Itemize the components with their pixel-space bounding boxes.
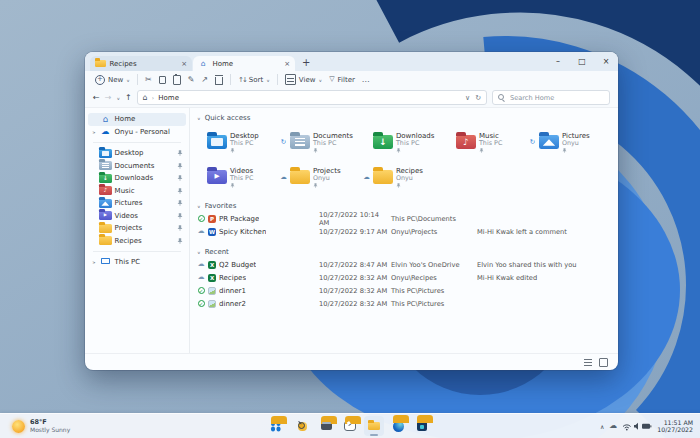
- back-button[interactable]: ←: [93, 94, 100, 102]
- folder-location: This PC: [313, 140, 353, 147]
- pin-icon: [230, 183, 235, 188]
- sidebar-item[interactable]: ∨ Onyu - Personal: [88, 126, 186, 139]
- recent-locations-chevron-icon[interactable]: ∨: [116, 95, 120, 100]
- expand-chevron-icon[interactable]: ∨: [91, 129, 96, 134]
- refresh-icon[interactable]: ↻: [475, 94, 481, 102]
- file-explorer-button[interactable]: [364, 416, 384, 436]
- pin-icon: [177, 200, 183, 206]
- sidebar-item[interactable]: ∨ Downloads: [88, 172, 186, 185]
- sidebar-item[interactable]: ∨ Videos: [88, 210, 186, 223]
- sort-button[interactable]: ↑↓ Sort ∨: [238, 76, 270, 84]
- quick-access-tile[interactable]: Videos This PC: [197, 162, 280, 192]
- large-thumbnails-view-icon[interactable]: [599, 358, 608, 367]
- search-box[interactable]: [492, 90, 610, 105]
- view-button[interactable]: View ∨: [285, 74, 322, 85]
- file-row[interactable]: PR Package 10/27/2022 10:14 AM This PC\D…: [197, 212, 618, 225]
- file-date: 10/27/2022 8:32 AM: [319, 287, 391, 295]
- folder-icon: [456, 135, 476, 149]
- taskbar-apps: [268, 414, 432, 438]
- file-location: Elvin Yoo's OneDrive: [391, 261, 477, 269]
- search-input[interactable]: [508, 93, 604, 103]
- network-volume-battery-icons[interactable]: [622, 421, 652, 431]
- maximize-button[interactable]: □: [570, 52, 594, 71]
- copy-icon[interactable]: [159, 76, 166, 84]
- collapse-chevron-icon: ∨: [197, 249, 201, 254]
- task-view-button[interactable]: [316, 416, 336, 436]
- details-view-icon[interactable]: [584, 359, 592, 366]
- folder-icon: [539, 135, 559, 149]
- explorer-tab[interactable]: Home ×: [193, 56, 295, 71]
- app-icon: [298, 422, 307, 431]
- search-button[interactable]: [292, 416, 312, 436]
- tab-icon: [198, 60, 209, 68]
- more-options-icon[interactable]: …: [362, 76, 370, 84]
- address-dropdown-chevron-icon[interactable]: ∨: [465, 94, 470, 102]
- sidebar-item[interactable]: ∨ This PC: [88, 256, 186, 269]
- new-tab-button[interactable]: +: [302, 56, 310, 70]
- file-activity: Mi-Hi Kwak left a comment: [477, 228, 618, 236]
- folder-icon: [290, 135, 310, 149]
- new-button[interactable]: + New ∨: [95, 75, 130, 85]
- quick-access-tile[interactable]: Recipes Onyu: [363, 162, 446, 192]
- file-row[interactable]: Recipes 10/27/2022 8:32 AM Onyu\Recipes …: [197, 271, 618, 284]
- sidebar-item[interactable]: ∨ Documents: [88, 160, 186, 173]
- app-icon: [271, 421, 276, 426]
- tray-expand-chevron-icon[interactable]: ∧: [600, 423, 604, 430]
- quick-access-tile[interactable]: Pictures Onyu: [529, 127, 612, 157]
- sidebar-item[interactable]: ∨ Music: [88, 185, 186, 198]
- sidebar-item[interactable]: ∨ Projects: [88, 222, 186, 235]
- separator: [93, 142, 181, 143]
- sidebar-item[interactable]: ∨ Home: [88, 113, 186, 126]
- pin-icon: [177, 188, 183, 194]
- quick-access-tile[interactable]: Documents This PC: [280, 127, 363, 157]
- minimize-button[interactable]: –: [546, 52, 570, 71]
- store-button[interactable]: [412, 416, 432, 436]
- pin-icon: [177, 163, 183, 169]
- breadcrumb-location[interactable]: Home: [158, 94, 179, 102]
- tab-close-icon[interactable]: ×: [181, 60, 187, 68]
- quick-access-tile[interactable]: Downloads This PC: [363, 127, 446, 157]
- recent-header[interactable]: ∨ Recent: [197, 245, 618, 258]
- breadcrumb[interactable]: ⌂ › Home ∨ ↻: [137, 90, 487, 105]
- chat-button[interactable]: [340, 416, 360, 436]
- sync-status-icon: [197, 287, 205, 295]
- quick-access-tile[interactable]: Projects Onyu: [280, 162, 363, 192]
- onedrive-tray-icon[interactable]: ☁: [609, 422, 617, 430]
- folder-icon: [99, 174, 112, 183]
- start-button[interactable]: [268, 416, 288, 436]
- expand-chevron-icon[interactable]: ∨: [91, 260, 96, 265]
- folder-icon: [373, 170, 393, 184]
- rename-icon[interactable]: ✎: [188, 76, 195, 84]
- paste-icon[interactable]: [173, 75, 181, 85]
- file-name: dinner1: [219, 287, 246, 295]
- file-row[interactable]: Spicy Kitchen 10/27/2022 9:17 AM Onyu\Pr…: [197, 225, 618, 238]
- search-icon: [498, 94, 505, 101]
- close-button[interactable]: ×: [594, 52, 618, 71]
- quick-access-tile[interactable]: Music This PC: [446, 127, 529, 157]
- quick-access-grid: Desktop This PC Documents: [197, 127, 618, 192]
- weather-widget[interactable]: 68°F Mostly Sunny: [12, 414, 70, 438]
- clock[interactable]: 11:51 AM 10/27/2022: [657, 419, 693, 434]
- share-icon[interactable]: ↗: [201, 76, 208, 84]
- file-row[interactable]: dinner2 10/27/2022 8:32 AM This PC\Pictu…: [197, 297, 618, 310]
- file-row[interactable]: dinner1 10/27/2022 8:32 AM This PC\Pictu…: [197, 284, 618, 297]
- forward-button[interactable]: →: [105, 94, 112, 102]
- sidebar-item[interactable]: ∨ Pictures: [88, 197, 186, 210]
- sidebar-item[interactable]: ∨ Desktop: [88, 147, 186, 160]
- section-title: Favorites: [205, 202, 237, 210]
- edge-button[interactable]: [388, 416, 408, 436]
- tab-close-icon[interactable]: ×: [284, 60, 290, 68]
- file-row[interactable]: Q2 Budget 10/27/2022 8:47 AM Elvin Yoo's…: [197, 258, 618, 271]
- delete-icon[interactable]: [215, 77, 223, 85]
- filter-button[interactable]: ▽ Filter: [329, 76, 355, 84]
- cut-icon[interactable]: ✂: [145, 76, 152, 84]
- quick-access-tile[interactable]: Desktop This PC: [197, 127, 280, 157]
- sidebar-item[interactable]: ∨ Recipes: [88, 235, 186, 248]
- favorites-header[interactable]: ∨ Favorites: [197, 199, 618, 212]
- desktop: Recipes × Home × + – □ × + New ∨: [0, 0, 700, 438]
- quick-access-header[interactable]: ∨ Quick access: [197, 111, 618, 124]
- address-bar: ← → ∨ ↑ ⌂ › Home ∨ ↻: [85, 88, 618, 108]
- folder-location: Onyu: [396, 175, 423, 182]
- up-button[interactable]: ↑: [125, 94, 132, 102]
- explorer-tab[interactable]: Recipes ×: [90, 56, 192, 71]
